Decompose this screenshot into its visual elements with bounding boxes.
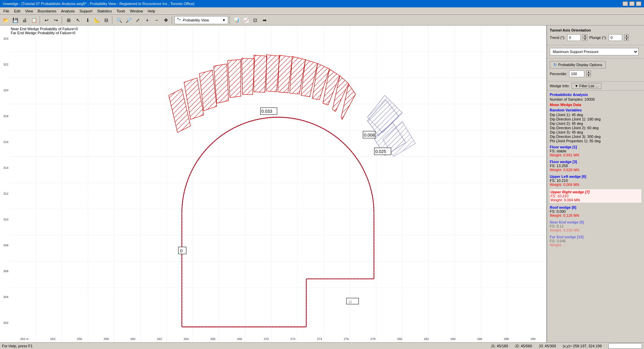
wedge6-name: Near End wedge [9] — [550, 220, 641, 224]
grid-button[interactable]: ⊞ — [64, 16, 73, 24]
menu-edit[interactable]: Edit — [12, 8, 22, 14]
undo-button[interactable]: ↩ — [42, 16, 51, 24]
j3-status: J3: 45/300 — [539, 344, 556, 348]
percentile-up[interactable]: ▲ — [586, 70, 591, 74]
view-icon: 🔭 — [177, 18, 181, 22]
menu-statistics[interactable]: Statistics — [95, 8, 114, 14]
line-chart-button[interactable]: 📈 — [241, 16, 250, 24]
plunge-input[interactable] — [609, 34, 622, 41]
filter-list-button[interactable]: ▼ Filter List ... — [572, 83, 601, 89]
maximize-button[interactable]: □ — [629, 1, 635, 6]
wedge3-weight: Weight: 0.004 MN — [550, 183, 641, 187]
measure-button[interactable]: 📐 — [93, 16, 101, 24]
prob-display-label: Probability Display Options — [558, 63, 602, 67]
filter-list-label: Filter List ... — [579, 84, 598, 88]
wedge-info-label: Wedge Info: — [550, 84, 570, 88]
scatter-chart-button[interactable]: ⊡ — [251, 16, 260, 24]
wedge-section-6: Near End wedge [9] FS: 8.11 Weight: 4.22… — [550, 220, 641, 232]
help-text: For Help, press F1 — [2, 344, 33, 348]
wedge-section-1: Floor wedge [1] FS: stable Weight: 0.691… — [550, 145, 641, 157]
wedge2-weight: Weight: 0.628 MN — [550, 168, 641, 172]
menu-help[interactable]: Help — [146, 8, 157, 14]
svg-text:0.025: 0.025 — [375, 149, 386, 154]
wedge-section-2: Floor wedge [3] FS: 13.258 Weight: 0.628… — [550, 160, 641, 172]
wedge2-fs: FS: 13.258 — [550, 164, 641, 168]
var-line-3: Dip (Joint 2): 45 deg — [550, 121, 641, 126]
var-line-2: Dip Direction (Joint 1): 180 deg — [550, 117, 641, 121]
select-button[interactable]: ↖ — [74, 16, 83, 24]
svg-marker-37 — [228, 60, 241, 98]
tunnel-axis-section: Tunnel Axis Orientation Trend (°): ▲ ▼ P… — [547, 26, 644, 45]
status-input-field[interactable] — [608, 343, 642, 349]
wedge4-weight: Weight: 0.004 MN — [550, 198, 641, 202]
filter-icon: ▼ — [575, 84, 578, 88]
wedge5-fs: FS: 0.000 — [550, 209, 641, 213]
sep4 — [172, 16, 173, 24]
pan-button[interactable]: ✥ — [162, 16, 170, 24]
sep1 — [40, 16, 41, 24]
plunge-label: Plunge (°): — [589, 36, 607, 40]
svg-marker-40 — [266, 55, 279, 92]
print-button[interactable]: 🖨 — [20, 16, 29, 24]
view-dropdown[interactable]: 🔭 Probability View ▼ — [174, 16, 228, 24]
percentile-row: Percentile: ▲ ▼ — [550, 70, 641, 77]
zoom-in-button[interactable]: 🔍 — [115, 16, 123, 24]
window-controls: _ □ × — [623, 1, 641, 6]
export-button[interactable]: 📋 — [30, 16, 38, 24]
mean-wedge-title: Mean Wedge Data — [550, 103, 641, 107]
plunge-down[interactable]: ▼ — [624, 38, 629, 41]
wedge-data-area: Probabilistic Analysis Number of Samples… — [547, 91, 644, 342]
menu-view[interactable]: View — [23, 8, 35, 14]
trend-row: Trend (°): ▲ ▼ Plunge (°): ▲ ▼ — [550, 34, 641, 41]
x-axis: 252 m 254 256 258 260 262 264 266 268 27… — [9, 336, 546, 342]
wedge-info-header: Wedge Info: ▼ Filter List ... — [547, 82, 644, 91]
menu-file[interactable]: File — [1, 8, 11, 14]
wedge7-fs: FS: 3.646 — [550, 239, 641, 243]
arrow-chart-button[interactable]: ➡ — [260, 16, 269, 24]
prob-analysis-title: Probabilistic Analysis — [550, 93, 641, 97]
svg-text:0.008: 0.008 — [364, 133, 375, 138]
info-button[interactable]: ℹ — [83, 16, 92, 24]
close-button[interactable]: × — [636, 1, 641, 6]
toolbar: 📂 💾 🖨 📋 ↩ ↪ ⊞ ↖ ℹ 📐 ⊟ 🔍 🔎 ⤢ + − ✥ 🔭 Prob… — [0, 15, 644, 26]
prob-display-button[interactable]: ↻ Probability Display Options — [550, 61, 606, 68]
zoom-in2-button[interactable]: + — [143, 16, 152, 24]
main-canvas-svg[interactable]: 0.033 0.008 0.025 0 □ — [9, 26, 546, 342]
plunge-spinner: ▲ ▼ — [624, 34, 629, 41]
menu-boundaries[interactable]: Boundaries — [36, 8, 58, 14]
wedge6-fs: FS: 8.11 — [550, 224, 641, 228]
canvas-area[interactable]: Near End Wedge Probability of Failure=0 … — [0, 26, 547, 342]
table-button[interactable]: ⊟ — [102, 16, 111, 24]
minimize-button[interactable]: _ — [623, 1, 628, 6]
redo-button[interactable]: ↪ — [52, 16, 60, 24]
menu-window[interactable]: Window — [128, 8, 145, 14]
wedge-section-7: Far End wedge [10] FS: 3.646 Weight: ... — [550, 235, 641, 247]
zoom-out2-button[interactable]: − — [152, 16, 161, 24]
wedge1-fs: FS: stable — [550, 149, 641, 153]
trend-input[interactable] — [567, 34, 581, 41]
open-button[interactable]: 📂 — [1, 16, 10, 24]
dropdown-arrow: ▼ — [222, 18, 226, 22]
plunge-up[interactable]: ▲ — [624, 34, 629, 38]
percentile-input[interactable] — [569, 70, 584, 77]
save-button[interactable]: 💾 — [11, 16, 19, 24]
wedge-section-5: Roof wedge [8] FS: 0.000 Weight: 0.128 M… — [550, 205, 641, 217]
wedge7-name: Far End wedge [10] — [550, 235, 641, 239]
percentile-down[interactable]: ▼ — [586, 74, 591, 77]
prob-display-section: ↻ Probability Display Options Percentile… — [547, 58, 644, 82]
wedge-section-4: Upper Right wedge [7] FS: 10.210 Weight:… — [550, 189, 641, 203]
zoom-all-button[interactable]: ⤢ — [133, 16, 142, 24]
trend-up[interactable]: ▲ — [583, 34, 587, 38]
prob-display-icon: ↻ — [553, 62, 557, 67]
support-pressure-section: Maximum Support Pressure Minimum Support… — [547, 45, 644, 58]
menu-support[interactable]: Support — [77, 8, 95, 14]
svg-text:0: 0 — [180, 248, 182, 253]
menu-tools[interactable]: Tools — [115, 8, 127, 14]
menu-analysis[interactable]: Analysis — [59, 8, 77, 14]
zoom-out-button[interactable]: 🔎 — [124, 16, 133, 24]
var-line-7: Phi (Joint Properties 1): 35 deg — [550, 139, 641, 143]
bar-chart-button[interactable]: 📊 — [232, 16, 241, 24]
trend-down[interactable]: ▼ — [583, 38, 587, 41]
support-pressure-dropdown[interactable]: Maximum Support Pressure Minimum Support… — [550, 48, 639, 55]
wedge6-weight: Weight: 4.226 MN — [550, 228, 641, 232]
